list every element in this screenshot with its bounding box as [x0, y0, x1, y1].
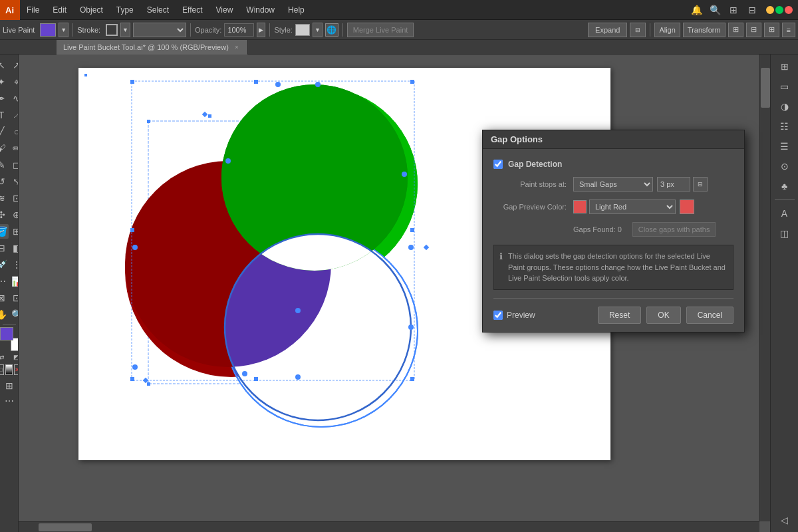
- ok-btn[interactable]: OK: [646, 307, 680, 324]
- reset-btn[interactable]: Reset: [598, 307, 641, 324]
- gap-detection-row: Gap Detection: [493, 160, 733, 169]
- dialog-body: Gap Detection Paint stops at: Small Gaps…: [483, 149, 744, 332]
- paint-stops-select[interactable]: Small Gaps Medium Gaps Large Gaps Custom: [573, 177, 653, 192]
- gaps-found-row: Gaps Found: 0 Close gaps with paths: [573, 222, 733, 237]
- gap-detection-checkbox[interactable]: [493, 160, 503, 169]
- close-gaps-btn[interactable]: Close gaps with paths: [632, 222, 716, 237]
- px-input[interactable]: [657, 177, 690, 192]
- paint-stops-row: Paint stops at: Small Gaps Medium Gaps L…: [493, 177, 733, 192]
- dialog-title-text: Gap Options: [491, 134, 543, 144]
- gap-preview-color-select[interactable]: Light Red Light Green Light Blue Custom: [589, 200, 676, 214]
- cancel-btn[interactable]: Cancel: [686, 307, 733, 324]
- preview-checkbox[interactable]: [493, 311, 503, 320]
- gap-options-dialog: Gap Options Gap Detection Paint stops at…: [482, 130, 745, 332]
- gap-preview-color-row: Gap Preview Color: Light Red Light Green…: [493, 200, 733, 214]
- preview-section: Preview: [493, 311, 593, 320]
- gap-preview-color-label: Gap Preview Color:: [493, 203, 567, 211]
- gap-color-preview-box[interactable]: [680, 200, 694, 214]
- px-options-btn[interactable]: ⊟: [693, 177, 708, 192]
- gap-preview-color-swatch[interactable]: [573, 200, 587, 213]
- modal-overlay: Gap Options Gap Detection Paint stops at…: [0, 0, 798, 532]
- info-icon: ℹ: [499, 251, 503, 284]
- dialog-footer: Preview Reset OK Cancel: [493, 307, 733, 324]
- dialog-title: Gap Options: [483, 130, 744, 149]
- paint-stops-label: Paint stops at:: [493, 180, 567, 188]
- gap-detection-label: Gap Detection: [508, 160, 562, 169]
- gaps-found-text: Gaps Found: 0: [573, 225, 622, 233]
- info-box: ℹ This dialog sets the gap detection opt…: [493, 245, 733, 290]
- preview-label: Preview: [507, 311, 535, 320]
- dialog-divider: [493, 298, 733, 299]
- info-text: This dialog sets the gap detection optio…: [508, 251, 728, 284]
